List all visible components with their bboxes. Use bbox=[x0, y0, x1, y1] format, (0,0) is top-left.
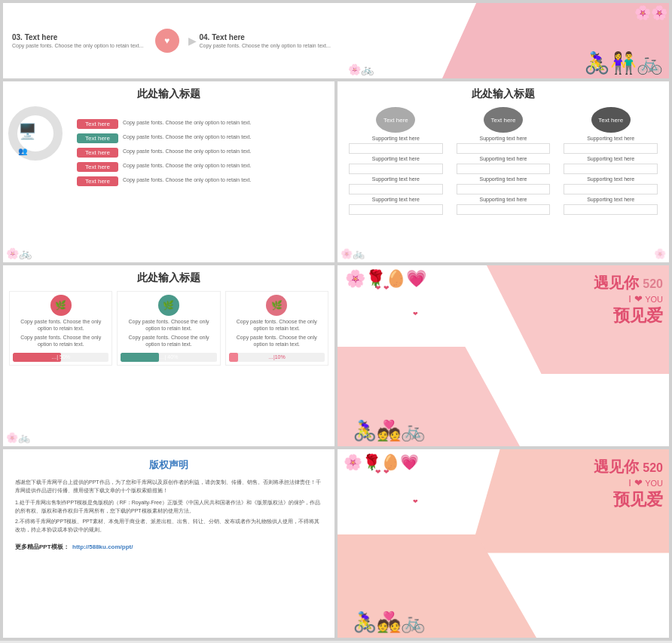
col2-oval: Text here bbox=[484, 107, 523, 133]
love2-line3: 预见爱 bbox=[594, 488, 663, 511]
three-boxes-layout: 🌿 Copy paste fonts. Choose the only opti… bbox=[9, 291, 328, 366]
hearts-4b-1: ❤ ❤ bbox=[375, 468, 389, 476]
hearts-scatter-1: ❤ ❤ bbox=[375, 284, 389, 292]
slide-3a: 此处输入标题 🌿 Copy paste fonts. Choose the on… bbox=[3, 265, 334, 446]
copyright-point2: 2.不得将千库网的PPT模板、PPT素材、本免用于商业者、派差出租、出售、转让、… bbox=[15, 518, 322, 534]
col3-box3 bbox=[564, 184, 658, 194]
col3-box4 bbox=[564, 204, 658, 215]
slide-3b: 🌸🌹🥚💗 遇见你 520 I ❤ YOU 预见爱 ❤ ❤ ❤ 🚴‍♀️💑🚲 bbox=[338, 265, 669, 446]
love2-line1: 遇见你 520 bbox=[594, 457, 663, 477]
item-desc-2: Copy paste fonts. Choose the only option… bbox=[123, 133, 251, 141]
label-btn-4: Text here bbox=[77, 162, 118, 172]
item-desc-3: Copy paste fonts. Choose the only option… bbox=[123, 148, 251, 155]
list-item-3: Text here Copy paste fonts. Choose the o… bbox=[77, 148, 328, 158]
step-04: 04. Text here Copy paste fonts. Choose t… bbox=[200, 33, 337, 48]
box-item-3: 🌿 Copy paste fonts. Choose the only opti… bbox=[225, 291, 328, 366]
box1-progress-label: …| 50% bbox=[51, 353, 70, 362]
deco-flowers-2b: 🌸 bbox=[654, 248, 666, 259]
copyright-more-label: 更多精品PPT模板： bbox=[15, 543, 69, 550]
slide-2a: 此处输入标题 🖥️👥 Text here Copy paste fonts. C… bbox=[3, 81, 334, 262]
love-line3: 预见爱 bbox=[594, 305, 663, 327]
love2-line2: I ❤ YOU bbox=[594, 477, 663, 488]
love-line1: 遇见你 520 bbox=[594, 273, 663, 293]
box1-icon: 🌿 bbox=[50, 295, 72, 316]
col1-oval: Text here bbox=[376, 107, 415, 133]
deco-bikes-3a: 🌸🚲 bbox=[6, 432, 30, 443]
col2-box3 bbox=[457, 184, 551, 194]
slide-4a: 版权声明 感谢您下载千库网平台上提供的PPT作品，为了您和千库网以及原创作者的利… bbox=[3, 449, 334, 638]
slide-2b: 此处输入标题 Text here Supporting text here Su… bbox=[338, 81, 669, 262]
col1-row3: Supporting text here bbox=[372, 176, 420, 182]
hearts-scatter-2: ❤ bbox=[413, 311, 418, 317]
flowers-top-right: 🌸🌸 bbox=[634, 5, 667, 21]
slide-4b: 🌸🌹🥚💗 遇见你 520 I ❤ YOU 预见爱 ❤ ❤ ❤ 🚴‍♀️💑🚲 bbox=[338, 449, 669, 638]
list-item-5: Text here Copy paste fonts. Choose the o… bbox=[77, 176, 328, 186]
col3-header: Text here bbox=[598, 117, 623, 124]
slide-2b-title: 此处输入标题 bbox=[344, 87, 663, 101]
col2-header: Text here bbox=[491, 117, 516, 124]
col3-row3: Supporting text here bbox=[587, 176, 634, 182]
copyright-more-wrap: 更多精品PPT模板： http://588ku.com/ppt/ bbox=[15, 538, 322, 552]
box3-progress-bar: …|10% bbox=[229, 353, 325, 362]
col1-row4: Supporting text here bbox=[372, 197, 420, 202]
box2-text2: Copy paste fonts. Choose the only option… bbox=[121, 334, 216, 348]
step-03-icon: ♥ bbox=[149, 29, 185, 53]
box2-progress-bar: …| 40% bbox=[121, 353, 216, 362]
slide-top-right: 🌸🌸 🚴‍♀️👫🚲 🌸🚲 bbox=[345, 3, 669, 78]
slide-2a-title: 此处输入标题 bbox=[9, 87, 328, 101]
couple-bike-3b: 🚴‍♀️💑🚲 bbox=[353, 419, 425, 442]
circle-diagram: 🖥️👥 bbox=[8, 106, 64, 165]
box-item-2: 🌿 Copy paste fonts. Choose the only opti… bbox=[117, 291, 220, 366]
col2-row4: Supporting text here bbox=[479, 197, 527, 202]
copyright-title: 版权声明 bbox=[15, 458, 322, 472]
deco-bikes-2a: 🌸🚲 bbox=[6, 247, 32, 259]
step-04-title: 04. Text here bbox=[200, 33, 337, 41]
col3-box1 bbox=[564, 143, 658, 154]
small-bike-deco: 🌸🚲 bbox=[348, 63, 374, 75]
box3-text1: Copy paste fonts. Choose the only option… bbox=[229, 318, 325, 332]
list-item-4: Text here Copy paste fonts. Choose the o… bbox=[77, 162, 328, 172]
label-btn-1: Text here bbox=[77, 119, 118, 129]
col2-box2 bbox=[457, 164, 551, 174]
col1-box3 bbox=[349, 184, 443, 194]
box3-progress-fill bbox=[229, 353, 239, 362]
list-item-2: Text here Copy paste fonts. Choose the o… bbox=[77, 133, 328, 143]
col-2: Text here Supporting text here Supportin… bbox=[451, 107, 556, 216]
col2-row2: Supporting text here bbox=[479, 156, 527, 161]
label-btn-5: Text here bbox=[77, 176, 118, 186]
col2-box1 bbox=[457, 143, 551, 154]
col1-header: Text here bbox=[383, 117, 408, 124]
box2-progress-label: …| 40% bbox=[160, 353, 179, 362]
slide-top: 03. Text here Copy paste fonts. Choose t… bbox=[3, 3, 669, 78]
list-item-1: Text here Copy paste fonts. Choose the o… bbox=[77, 119, 328, 129]
box2-text1: Copy paste fonts. Choose the only option… bbox=[121, 318, 216, 332]
col1-row2: Supporting text here bbox=[372, 156, 420, 161]
col1-box2 bbox=[349, 164, 443, 174]
label-btn-2: Text here bbox=[77, 133, 118, 143]
couple-bike-4b: 🚴‍♀️💑🚲 bbox=[353, 611, 425, 634]
box3-progress-label: …|10% bbox=[268, 353, 286, 362]
step-03-title: 03. Text here bbox=[12, 33, 149, 41]
col2-row3: Supporting text here bbox=[479, 176, 527, 182]
step-04-text: Copy paste fonts. Choose the only option… bbox=[200, 43, 337, 48]
col1-row1: Supporting text here bbox=[372, 136, 420, 141]
col3-row1: Supporting text here bbox=[587, 136, 634, 141]
col3-box2 bbox=[564, 164, 658, 174]
col3-row4: Supporting text here bbox=[587, 197, 634, 202]
box3-text2: Copy paste fonts. Choose the only option… bbox=[229, 334, 325, 348]
box3-icon: 🌿 bbox=[266, 295, 287, 316]
love2-text-block: 遇见你 520 I ❤ YOU 预见爱 bbox=[594, 457, 663, 511]
copyright-url: http://588ku.com/ppt/ bbox=[72, 543, 133, 550]
step-03: 03. Text here Copy paste fonts. Choose t… bbox=[12, 33, 149, 48]
box1-text2: Copy paste fonts. Choose the only option… bbox=[13, 334, 108, 348]
box-item-1: 🌿 Copy paste fonts. Choose the only opti… bbox=[9, 291, 112, 366]
arrow-right-icon: ▶ bbox=[185, 35, 200, 47]
col2-box4 bbox=[457, 204, 551, 215]
col3-row2: Supporting text here bbox=[587, 156, 634, 161]
box2-progress-fill bbox=[121, 353, 159, 362]
item-desc-4: Copy paste fonts. Choose the only option… bbox=[123, 162, 251, 170]
col1-box1 bbox=[349, 143, 443, 154]
three-col-layout: Text here Supporting text here Supportin… bbox=[344, 107, 663, 216]
deco-bikes-2b: 🌸🚲 bbox=[341, 248, 365, 259]
text-list: Text here Copy paste fonts. Choose the o… bbox=[77, 119, 328, 186]
